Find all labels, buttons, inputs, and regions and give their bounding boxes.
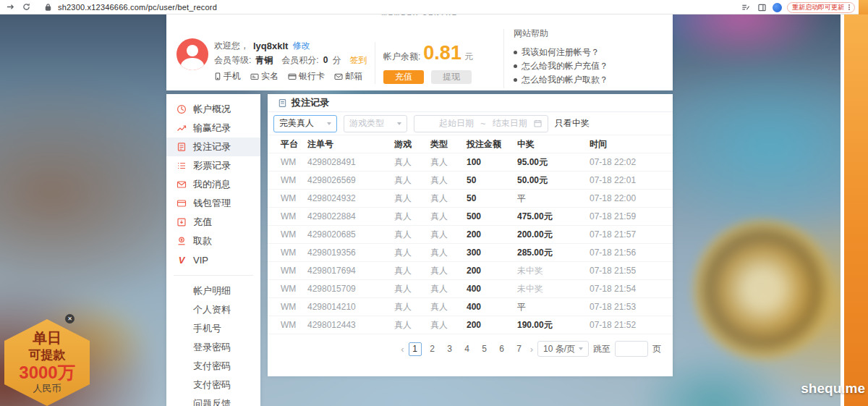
- game-type-select[interactable]: 游戏类型: [344, 115, 407, 132]
- jump-unit: 页: [652, 343, 661, 355]
- welcome-text: 欢迎您，: [214, 40, 249, 52]
- edit-profile-link[interactable]: 修改: [292, 40, 310, 52]
- page-6[interactable]: 6: [495, 342, 509, 356]
- sidebar-sub-phone-number[interactable]: 手机号: [166, 319, 260, 338]
- reload-icon[interactable]: [20, 1, 32, 13]
- sidebar-sub-profile[interactable]: 个人资料: [166, 300, 260, 319]
- sidebar-item-account-overview[interactable]: 帐户概况: [166, 100, 260, 119]
- close-icon[interactable]: ✕: [65, 314, 75, 323]
- browser-update-button[interactable]: 重新启动即可更新: [787, 2, 855, 13]
- date-range-picker[interactable]: 起始日期 ~ 结束日期: [414, 115, 548, 132]
- table-row: WM 4298024932 真人 真人 50 平 07-18 22:00: [268, 190, 673, 208]
- sidebar-sub-pay-password-2[interactable]: 支付密码: [166, 376, 260, 394]
- sidebar-item-lottery-records[interactable]: 彩票记录: [166, 156, 260, 175]
- table-row: WM 4298015709 真人 真人 400 未中奖 07-18 21:54: [268, 280, 673, 298]
- roulette-wheel-image: [691, 217, 835, 362]
- member-header-panel: MEMBER CENTRE 欢迎您， lyq8xklt 修改 会员等级: 青铜 …: [166, 14, 673, 90]
- verify-email[interactable]: 邮箱: [334, 70, 362, 83]
- verify-bank-card[interactable]: 银行卡: [288, 70, 325, 83]
- mail-icon: [334, 73, 343, 80]
- sidebar-item-win-lose-records[interactable]: 输赢纪录: [166, 119, 260, 138]
- sidebar-sub-pay-password[interactable]: 支付密码: [166, 357, 260, 376]
- help-link-withdraw[interactable]: 怎么给我的帐户取款？: [514, 73, 608, 87]
- right-promo-strip: [841, 14, 868, 406]
- browser-corner-strip: [859, 0, 868, 14]
- end-date-input[interactable]: 结束日期: [493, 117, 527, 130]
- lottery-records-icon: [176, 161, 187, 171]
- watermark: shequ.me: [801, 381, 865, 397]
- balance-label: 帐户余额:: [383, 51, 420, 63]
- points-label: 会员积分:: [281, 54, 318, 67]
- withdraw-icon: [176, 236, 187, 246]
- sidebar-item-withdraw[interactable]: 取款: [166, 232, 260, 250]
- signin-link[interactable]: 签到: [349, 54, 367, 67]
- page-size-select[interactable]: 10 条/页: [537, 341, 589, 357]
- balance-unit: 元: [464, 51, 473, 63]
- browser-profile-avatar[interactable]: [773, 3, 782, 12]
- account-overview-icon: [176, 104, 187, 114]
- range-separator: ~: [480, 119, 485, 129]
- page-7[interactable]: 7: [513, 342, 526, 356]
- vip-icon: V: [176, 255, 187, 266]
- address-bar[interactable]: sh2300.x12346666.com/pc/user/bet_record: [58, 3, 217, 12]
- level-value: 青铜: [255, 54, 273, 67]
- lock-icon: [42, 1, 54, 13]
- messages-icon: [176, 179, 187, 190]
- table-row: WM 4298017694 真人 真人 200 未中奖 07-18 21:55: [268, 262, 673, 280]
- start-date-input[interactable]: 起始日期: [439, 117, 474, 130]
- browser-bar: sh2300.x12346666.com/pc/user/bet_record …: [0, 0, 868, 14]
- bullet-icon: [514, 51, 517, 54]
- sidebar-item-deposit[interactable]: 充值: [166, 213, 260, 232]
- sidebar-item-vip[interactable]: V VIP: [166, 250, 260, 269]
- table-row: WM 4298014210 真人 真人 400 平 07-18 21:53: [268, 298, 673, 316]
- page-2[interactable]: 2: [426, 342, 439, 356]
- sidebar-sub-account-details[interactable]: 帐户明细: [166, 282, 260, 300]
- page: sh2300.x12346666.com/pc/user/bet_record …: [0, 0, 868, 406]
- verify-phone[interactable]: 手机: [214, 70, 241, 83]
- page-4[interactable]: 4: [461, 342, 474, 356]
- deposit-button[interactable]: 充值: [383, 70, 424, 84]
- help-link-deposit[interactable]: 怎么给我的帐户充值？: [514, 59, 608, 73]
- page-1[interactable]: 1: [409, 342, 422, 356]
- pagination: ‹ 1 2 3 4 5 6 7 › 10 条/页 跳至 页: [268, 334, 673, 363]
- table-row: WM 4298026569 真人 真人 50 50.00元 07-18 22:0…: [268, 172, 673, 190]
- bet-records-panel: 投注记录 完美真人 游戏类型 起始日期 ~ 结束日期 只看中奖 平台 注单号 游…: [268, 94, 673, 376]
- bet-records-title-icon: [278, 98, 287, 108]
- sidebar-sub-login-password[interactable]: 登录密码: [166, 338, 260, 357]
- bet-records-icon: [176, 142, 187, 152]
- table-row: WM 4298019356 真人 真人 300 285.00元 07-18 21…: [268, 244, 673, 262]
- reading-list-icon[interactable]: [739, 1, 751, 13]
- side-panel-icon[interactable]: [756, 1, 767, 13]
- sidebar-divider: [174, 275, 253, 276]
- sidebar-item-messages[interactable]: 我的消息: [166, 175, 260, 194]
- bullet-icon: [514, 64, 517, 68]
- level-label: 会员等级:: [214, 54, 251, 67]
- table-header: 平台 注单号 游戏 类型 投注金额 中奖 时间: [268, 135, 673, 153]
- verify-realname[interactable]: 实名: [250, 70, 278, 83]
- panel-title: 投注记录: [292, 96, 329, 109]
- help-title: 网站帮助: [514, 28, 608, 40]
- sidebar-item-bet-records[interactable]: 投注记录: [166, 138, 260, 156]
- balance-value: 0.81: [423, 43, 461, 63]
- win-lose-chart-icon: [176, 123, 187, 133]
- bank-card-icon: [288, 73, 297, 80]
- page-3[interactable]: 3: [443, 342, 456, 356]
- next-page-icon[interactable]: ›: [530, 344, 533, 355]
- help-link-register[interactable]: 我该如何注册帐号？: [514, 46, 608, 59]
- divider: [375, 42, 375, 84]
- browser-menu-icon[interactable]: [848, 7, 850, 8]
- platform-select[interactable]: 完美真人: [273, 115, 337, 132]
- deposit-icon: [176, 217, 187, 227]
- table-row: WM 4298022884 真人 真人 500 475.00元 07-18 21…: [268, 208, 673, 226]
- page-5[interactable]: 5: [478, 342, 491, 356]
- wallet-icon: [176, 198, 187, 208]
- sidebar-item-wallet[interactable]: 钱包管理: [166, 194, 260, 213]
- forward-icon[interactable]: [4, 1, 16, 13]
- only-wins-filter[interactable]: 只看中奖: [555, 117, 590, 130]
- jump-page-input[interactable]: [615, 341, 648, 357]
- withdraw-button[interactable]: 提现: [431, 70, 472, 84]
- id-card-icon: [250, 73, 259, 80]
- sidebar-sub-feedback[interactable]: 问题反馈: [166, 394, 260, 406]
- jump-label: 跳至: [593, 343, 610, 355]
- prev-page-icon[interactable]: ‹: [401, 344, 404, 355]
